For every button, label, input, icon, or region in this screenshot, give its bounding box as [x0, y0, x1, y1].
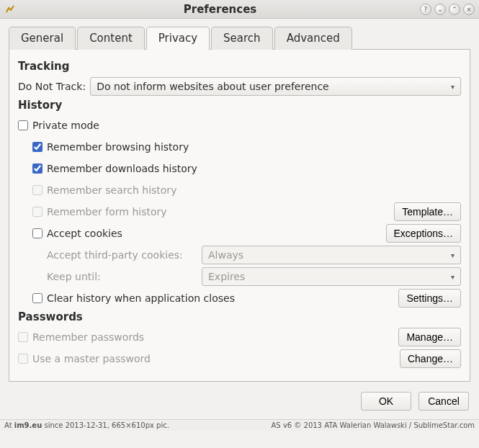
keep-until-dropdown: Expires	[202, 267, 461, 286]
dnt-value: Do not inform websites about user prefer…	[97, 81, 329, 92]
template-button[interactable]: Template…	[394, 202, 461, 221]
tracking-heading: Tracking	[18, 60, 461, 73]
keep-until-value: Expires	[208, 271, 245, 282]
titlebar: Preferences ? ⌄ ⌃ ×	[0, 0, 479, 19]
settings-button[interactable]: Settings…	[398, 289, 461, 308]
tab-general[interactable]: General	[9, 27, 76, 50]
tab-panel: Tracking Do Not Track: Do not inform web…	[9, 50, 470, 382]
master-password-label: Use a master password	[32, 353, 151, 364]
footer-left: At im9.eu since 2013-12-31, 665×610px pi…	[4, 421, 169, 429]
remember-downloads-label: Remember downloads history	[47, 163, 197, 174]
third-party-label: Accept third-party cookies:	[47, 249, 202, 261]
accept-cookies-label: Accept cookies	[47, 228, 122, 239]
history-heading: History	[18, 99, 461, 112]
master-password-checkbox	[18, 354, 28, 364]
passwords-heading: Passwords	[18, 310, 461, 323]
third-party-dropdown: Always	[202, 246, 461, 264]
cancel-button[interactable]: Cancel	[418, 392, 469, 411]
private-mode-label: Private mode	[32, 120, 99, 131]
close-icon[interactable]: ×	[463, 4, 475, 15]
remember-search-label: Remember search history	[47, 184, 176, 196]
window-title: Preferences	[20, 3, 420, 16]
remember-browsing-checkbox[interactable]	[32, 142, 42, 152]
help-icon[interactable]: ?	[420, 4, 431, 15]
accept-cookies-checkbox[interactable]	[32, 228, 42, 238]
change-button[interactable]: Change…	[400, 349, 461, 368]
remember-browsing-label: Remember browsing history	[47, 141, 189, 153]
private-mode-checkbox[interactable]	[18, 120, 28, 130]
app-icon	[4, 4, 16, 15]
tab-bar: General Content Privacy Search Advanced	[9, 26, 470, 50]
tab-advanced[interactable]: Advanced	[274, 27, 352, 50]
remember-form-label: Remember form history	[47, 206, 167, 218]
manage-button[interactable]: Manage…	[398, 328, 461, 346]
maximize-icon[interactable]: ⌃	[449, 4, 460, 15]
dnt-dropdown[interactable]: Do not inform websites about user prefer…	[90, 77, 461, 96]
keep-until-label: Keep until:	[47, 271, 202, 282]
footer: At im9.eu since 2013-12-31, 665×610px pi…	[0, 419, 479, 431]
tab-search[interactable]: Search	[211, 27, 273, 50]
third-party-value: Always	[208, 249, 243, 261]
remember-form-checkbox	[32, 207, 42, 217]
clear-on-close-label: Clear history when application closes	[47, 292, 235, 304]
clear-on-close-checkbox[interactable]	[32, 293, 42, 303]
ok-button[interactable]: OK	[361, 392, 411, 411]
remember-search-checkbox	[32, 185, 42, 195]
dnt-label: Do Not Track:	[18, 81, 86, 92]
dialog-buttons: OK Cancel	[0, 385, 479, 419]
tab-privacy[interactable]: Privacy	[146, 27, 210, 50]
footer-right: AS v6 © 2013 ATA Walerian Walawski / Sub…	[272, 421, 475, 429]
exceptions-button[interactable]: Exceptions…	[386, 224, 461, 243]
tab-content[interactable]: Content	[77, 27, 145, 50]
remember-downloads-checkbox[interactable]	[32, 163, 42, 174]
remember-passwords-label: Remember passwords	[32, 331, 144, 343]
remember-passwords-checkbox	[18, 332, 28, 342]
minimize-icon[interactable]: ⌄	[434, 4, 446, 15]
